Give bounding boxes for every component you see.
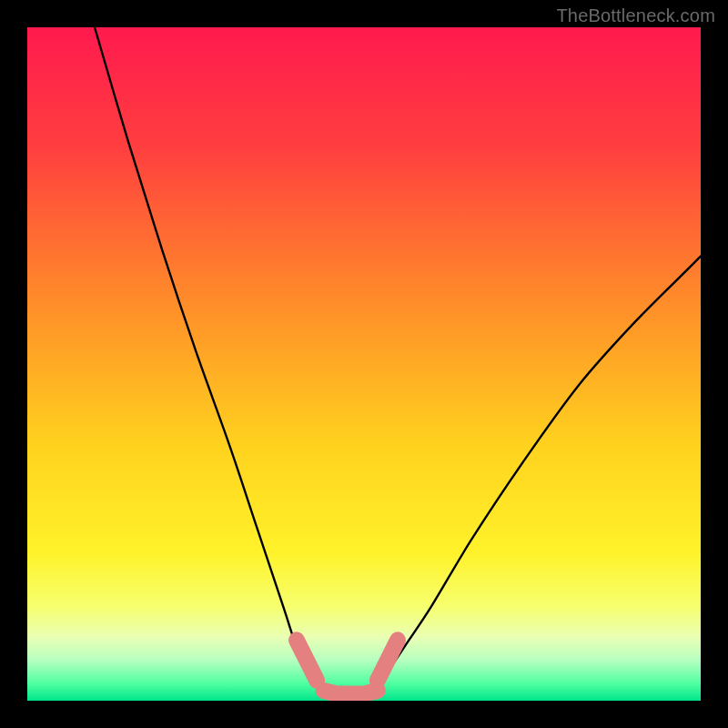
chart-frame: TheBottleneck.com — [0, 0, 728, 728]
plot-area — [27, 27, 701, 701]
background-gradient — [27, 27, 701, 701]
svg-rect-0 — [27, 27, 701, 701]
watermark-text: TheBottleneck.com — [556, 5, 715, 26]
